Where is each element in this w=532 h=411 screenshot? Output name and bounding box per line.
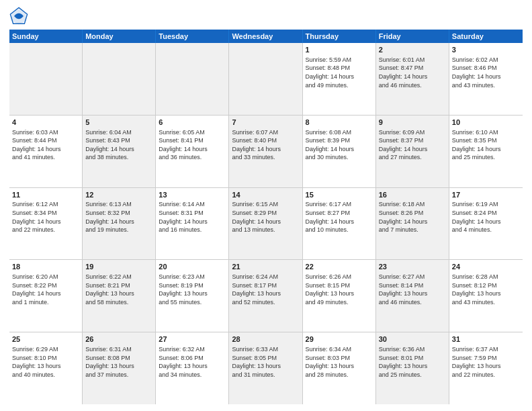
- day-info: Sunrise: 6:29 AM Sunset: 8:10 PM Dayligh…: [12, 345, 79, 379]
- week-row-3: 11Sunrise: 6:12 AM Sunset: 8:34 PM Dayli…: [9, 188, 523, 261]
- day-number: 8: [306, 118, 373, 128]
- day-info: Sunrise: 6:20 AM Sunset: 8:22 PM Dayligh…: [12, 273, 79, 306]
- day-cell-29: 29Sunrise: 6:34 AM Sunset: 8:03 PM Dayli…: [303, 332, 376, 404]
- day-number: 30: [379, 334, 446, 345]
- week-row-5: 25Sunrise: 6:29 AM Sunset: 8:10 PM Dayli…: [9, 332, 523, 404]
- day-cell-6: 6Sunrise: 6:05 AM Sunset: 8:41 PM Daylig…: [156, 116, 229, 187]
- day-info: Sunrise: 6:18 AM Sunset: 8:26 PM Dayligh…: [379, 200, 446, 234]
- day-info: Sunrise: 6:26 AM Sunset: 8:15 PM Dayligh…: [306, 273, 373, 306]
- page: SundayMondayTuesdayWednesdayThursdayFrid…: [0, 0, 532, 411]
- week-row-1: 1Sunrise: 5:59 AM Sunset: 8:48 PM Daylig…: [9, 43, 523, 116]
- day-info: Sunrise: 6:37 AM Sunset: 7:59 PM Dayligh…: [452, 345, 520, 379]
- day-header-monday: Monday: [83, 30, 156, 43]
- day-number: 23: [379, 262, 446, 272]
- day-number: 5: [85, 118, 152, 128]
- day-number: 1: [306, 45, 373, 55]
- day-info: Sunrise: 6:31 AM Sunset: 8:08 PM Dayligh…: [85, 345, 152, 379]
- week-row-4: 18Sunrise: 6:20 AM Sunset: 8:22 PM Dayli…: [9, 260, 523, 332]
- day-cell-12: 12Sunrise: 6:13 AM Sunset: 8:32 PM Dayli…: [83, 188, 156, 260]
- day-header-thursday: Thursday: [303, 30, 376, 43]
- day-info: Sunrise: 6:17 AM Sunset: 8:27 PM Dayligh…: [306, 200, 373, 234]
- day-number: 22: [306, 262, 373, 272]
- day-number: 24: [452, 262, 520, 272]
- day-cell-3: 3Sunrise: 6:02 AM Sunset: 8:46 PM Daylig…: [449, 43, 523, 115]
- day-number: 25: [12, 334, 79, 345]
- day-number: 26: [85, 334, 152, 345]
- day-info: Sunrise: 6:05 AM Sunset: 8:41 PM Dayligh…: [159, 128, 226, 162]
- day-info: Sunrise: 6:10 AM Sunset: 8:35 PM Dayligh…: [452, 128, 520, 162]
- day-header-tuesday: Tuesday: [156, 30, 229, 43]
- day-header-wednesday: Wednesday: [229, 30, 302, 43]
- day-info: Sunrise: 6:33 AM Sunset: 8:05 PM Dayligh…: [232, 345, 299, 379]
- day-info: Sunrise: 6:27 AM Sunset: 8:14 PM Dayligh…: [379, 273, 446, 306]
- day-number: 12: [85, 190, 152, 200]
- day-info: Sunrise: 5:59 AM Sunset: 8:48 PM Dayligh…: [306, 56, 373, 89]
- day-cell-14: 14Sunrise: 6:15 AM Sunset: 8:29 PM Dayli…: [229, 188, 302, 260]
- day-cell-30: 30Sunrise: 6:36 AM Sunset: 8:01 PM Dayli…: [376, 332, 449, 404]
- calendar-header: SundayMondayTuesdayWednesdayThursdayFrid…: [9, 30, 523, 43]
- day-cell-4: 4Sunrise: 6:03 AM Sunset: 8:44 PM Daylig…: [9, 116, 83, 187]
- day-number: 10: [452, 118, 520, 128]
- day-number: 4: [12, 118, 79, 128]
- day-info: Sunrise: 6:34 AM Sunset: 8:03 PM Dayligh…: [306, 345, 373, 379]
- day-cell-28: 28Sunrise: 6:33 AM Sunset: 8:05 PM Dayli…: [229, 332, 302, 404]
- day-number: 14: [232, 190, 299, 200]
- day-cell-19: 19Sunrise: 6:22 AM Sunset: 8:21 PM Dayli…: [83, 260, 156, 332]
- day-number: 28: [232, 334, 299, 345]
- day-info: Sunrise: 6:28 AM Sunset: 8:12 PM Dayligh…: [452, 273, 520, 306]
- day-header-friday: Friday: [376, 30, 449, 43]
- day-info: Sunrise: 6:08 AM Sunset: 8:39 PM Dayligh…: [306, 128, 373, 162]
- day-info: Sunrise: 6:04 AM Sunset: 8:43 PM Dayligh…: [85, 128, 152, 162]
- day-info: Sunrise: 6:07 AM Sunset: 8:40 PM Dayligh…: [232, 128, 299, 162]
- day-number: 11: [12, 190, 79, 200]
- day-info: Sunrise: 6:32 AM Sunset: 8:06 PM Dayligh…: [159, 345, 226, 379]
- day-number: 21: [232, 262, 299, 272]
- empty-cell: [229, 43, 302, 115]
- day-info: Sunrise: 6:13 AM Sunset: 8:32 PM Dayligh…: [85, 200, 152, 234]
- calendar: SundayMondayTuesdayWednesdayThursdayFrid…: [9, 30, 523, 404]
- empty-cell: [9, 43, 83, 115]
- day-cell-15: 15Sunrise: 6:17 AM Sunset: 8:27 PM Dayli…: [303, 188, 376, 260]
- day-number: 27: [159, 334, 226, 345]
- day-number: 7: [232, 118, 299, 128]
- day-info: Sunrise: 6:14 AM Sunset: 8:31 PM Dayligh…: [159, 200, 226, 234]
- day-cell-26: 26Sunrise: 6:31 AM Sunset: 8:08 PM Dayli…: [83, 332, 156, 404]
- calendar-body: 1Sunrise: 5:59 AM Sunset: 8:48 PM Daylig…: [9, 43, 523, 404]
- day-info: Sunrise: 6:03 AM Sunset: 8:44 PM Dayligh…: [12, 128, 79, 162]
- day-number: 6: [159, 118, 226, 128]
- day-info: Sunrise: 6:01 AM Sunset: 8:47 PM Dayligh…: [379, 56, 446, 89]
- day-cell-10: 10Sunrise: 6:10 AM Sunset: 8:35 PM Dayli…: [449, 116, 523, 187]
- day-number: 29: [306, 334, 373, 345]
- day-cell-27: 27Sunrise: 6:32 AM Sunset: 8:06 PM Dayli…: [156, 332, 229, 404]
- day-cell-7: 7Sunrise: 6:07 AM Sunset: 8:40 PM Daylig…: [229, 116, 302, 187]
- day-cell-5: 5Sunrise: 6:04 AM Sunset: 8:43 PM Daylig…: [83, 116, 156, 187]
- day-number: 18: [12, 262, 79, 272]
- day-cell-21: 21Sunrise: 6:24 AM Sunset: 8:17 PM Dayli…: [229, 260, 302, 332]
- day-info: Sunrise: 6:24 AM Sunset: 8:17 PM Dayligh…: [232, 273, 299, 306]
- day-number: 17: [452, 190, 520, 200]
- logo-icon: [9, 7, 28, 26]
- day-info: Sunrise: 6:23 AM Sunset: 8:19 PM Dayligh…: [159, 273, 226, 306]
- day-cell-22: 22Sunrise: 6:26 AM Sunset: 8:15 PM Dayli…: [303, 260, 376, 332]
- day-number: 19: [85, 262, 152, 272]
- day-number: 13: [159, 190, 226, 200]
- empty-cell: [156, 43, 229, 115]
- day-info: Sunrise: 6:12 AM Sunset: 8:34 PM Dayligh…: [12, 200, 79, 234]
- day-info: Sunrise: 6:22 AM Sunset: 8:21 PM Dayligh…: [85, 273, 152, 306]
- day-cell-17: 17Sunrise: 6:19 AM Sunset: 8:24 PM Dayli…: [449, 188, 523, 260]
- day-cell-20: 20Sunrise: 6:23 AM Sunset: 8:19 PM Dayli…: [156, 260, 229, 332]
- day-cell-16: 16Sunrise: 6:18 AM Sunset: 8:26 PM Dayli…: [376, 188, 449, 260]
- day-cell-2: 2Sunrise: 6:01 AM Sunset: 8:47 PM Daylig…: [376, 43, 449, 115]
- day-cell-31: 31Sunrise: 6:37 AM Sunset: 7:59 PM Dayli…: [449, 332, 523, 404]
- day-cell-11: 11Sunrise: 6:12 AM Sunset: 8:34 PM Dayli…: [9, 188, 83, 260]
- day-number: 15: [306, 190, 373, 200]
- day-info: Sunrise: 6:15 AM Sunset: 8:29 PM Dayligh…: [232, 200, 299, 234]
- day-cell-13: 13Sunrise: 6:14 AM Sunset: 8:31 PM Dayli…: [156, 188, 229, 260]
- day-cell-24: 24Sunrise: 6:28 AM Sunset: 8:12 PM Dayli…: [449, 260, 523, 332]
- logo: [9, 7, 30, 26]
- day-info: Sunrise: 6:19 AM Sunset: 8:24 PM Dayligh…: [452, 200, 520, 234]
- week-row-2: 4Sunrise: 6:03 AM Sunset: 8:44 PM Daylig…: [9, 116, 523, 188]
- header: [9, 7, 523, 26]
- day-info: Sunrise: 6:36 AM Sunset: 8:01 PM Dayligh…: [379, 345, 446, 379]
- day-cell-23: 23Sunrise: 6:27 AM Sunset: 8:14 PM Dayli…: [376, 260, 449, 332]
